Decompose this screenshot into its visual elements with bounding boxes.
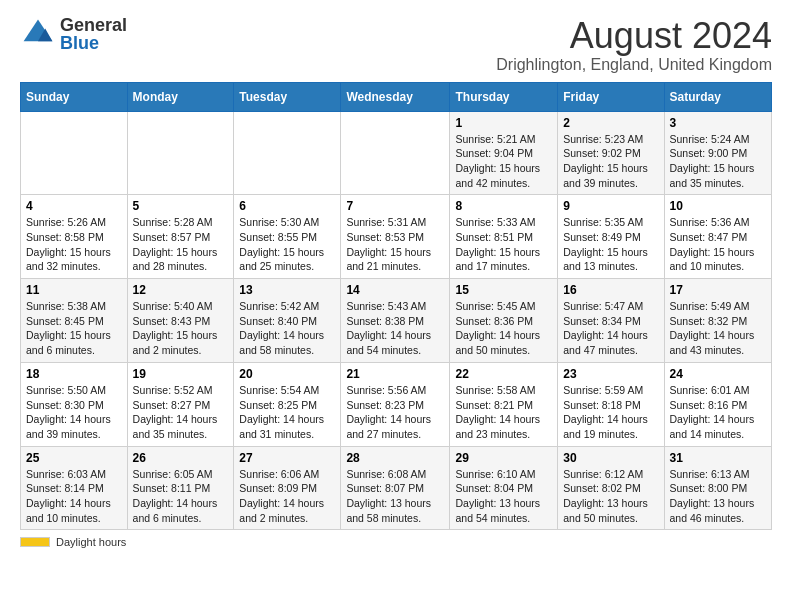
day-cell: 9Sunrise: 5:35 AM Sunset: 8:49 PM Daylig… (558, 195, 664, 279)
day-number: 17 (670, 283, 767, 297)
day-info: Sunrise: 5:35 AM Sunset: 8:49 PM Dayligh… (563, 215, 658, 274)
day-number: 24 (670, 367, 767, 381)
day-cell: 3Sunrise: 5:24 AM Sunset: 9:00 PM Daylig… (664, 111, 772, 195)
day-number: 20 (239, 367, 335, 381)
daylight-bar-icon (20, 537, 50, 547)
day-cell: 14Sunrise: 5:43 AM Sunset: 8:38 PM Dayli… (341, 279, 450, 363)
day-cell (127, 111, 234, 195)
day-cell: 19Sunrise: 5:52 AM Sunset: 8:27 PM Dayli… (127, 362, 234, 446)
day-number: 23 (563, 367, 658, 381)
day-info: Sunrise: 5:45 AM Sunset: 8:36 PM Dayligh… (455, 299, 552, 358)
day-info: Sunrise: 6:03 AM Sunset: 8:14 PM Dayligh… (26, 467, 122, 526)
day-info: Sunrise: 5:54 AM Sunset: 8:25 PM Dayligh… (239, 383, 335, 442)
header: General Blue August 2024 Drighlington, E… (20, 16, 772, 74)
day-number: 4 (26, 199, 122, 213)
day-number: 18 (26, 367, 122, 381)
col-friday: Friday (558, 82, 664, 111)
day-cell: 24Sunrise: 6:01 AM Sunset: 8:16 PM Dayli… (664, 362, 772, 446)
day-info: Sunrise: 5:38 AM Sunset: 8:45 PM Dayligh… (26, 299, 122, 358)
footer-note: Daylight hours (20, 536, 772, 548)
day-number: 12 (133, 283, 229, 297)
title-area: August 2024 Drighlington, England, Unite… (496, 16, 772, 74)
day-number: 14 (346, 283, 444, 297)
logo-icon (20, 16, 56, 52)
col-monday: Monday (127, 82, 234, 111)
day-number: 19 (133, 367, 229, 381)
day-cell: 21Sunrise: 5:56 AM Sunset: 8:23 PM Dayli… (341, 362, 450, 446)
day-number: 9 (563, 199, 658, 213)
day-number: 16 (563, 283, 658, 297)
day-cell: 18Sunrise: 5:50 AM Sunset: 8:30 PM Dayli… (21, 362, 128, 446)
day-number: 13 (239, 283, 335, 297)
day-number: 25 (26, 451, 122, 465)
day-cell: 5Sunrise: 5:28 AM Sunset: 8:57 PM Daylig… (127, 195, 234, 279)
day-cell: 23Sunrise: 5:59 AM Sunset: 8:18 PM Dayli… (558, 362, 664, 446)
day-info: Sunrise: 6:06 AM Sunset: 8:09 PM Dayligh… (239, 467, 335, 526)
day-info: Sunrise: 5:49 AM Sunset: 8:32 PM Dayligh… (670, 299, 767, 358)
day-number: 1 (455, 116, 552, 130)
day-cell: 12Sunrise: 5:40 AM Sunset: 8:43 PM Dayli… (127, 279, 234, 363)
week-row-1: 4Sunrise: 5:26 AM Sunset: 8:58 PM Daylig… (21, 195, 772, 279)
logo-general: General (60, 16, 127, 34)
day-info: Sunrise: 6:01 AM Sunset: 8:16 PM Dayligh… (670, 383, 767, 442)
col-wednesday: Wednesday (341, 82, 450, 111)
day-info: Sunrise: 5:21 AM Sunset: 9:04 PM Dayligh… (455, 132, 552, 191)
day-number: 30 (563, 451, 658, 465)
day-info: Sunrise: 6:05 AM Sunset: 8:11 PM Dayligh… (133, 467, 229, 526)
day-cell: 26Sunrise: 6:05 AM Sunset: 8:11 PM Dayli… (127, 446, 234, 530)
day-info: Sunrise: 6:10 AM Sunset: 8:04 PM Dayligh… (455, 467, 552, 526)
days-of-week-row: Sunday Monday Tuesday Wednesday Thursday… (21, 82, 772, 111)
week-row-4: 25Sunrise: 6:03 AM Sunset: 8:14 PM Dayli… (21, 446, 772, 530)
day-info: Sunrise: 5:42 AM Sunset: 8:40 PM Dayligh… (239, 299, 335, 358)
logo-blue: Blue (60, 34, 127, 52)
logo-text: General Blue (60, 16, 127, 52)
calendar-table: Sunday Monday Tuesday Wednesday Thursday… (20, 82, 772, 531)
day-info: Sunrise: 5:56 AM Sunset: 8:23 PM Dayligh… (346, 383, 444, 442)
calendar-body: 1Sunrise: 5:21 AM Sunset: 9:04 PM Daylig… (21, 111, 772, 530)
week-row-0: 1Sunrise: 5:21 AM Sunset: 9:04 PM Daylig… (21, 111, 772, 195)
day-cell: 10Sunrise: 5:36 AM Sunset: 8:47 PM Dayli… (664, 195, 772, 279)
day-cell (341, 111, 450, 195)
week-row-3: 18Sunrise: 5:50 AM Sunset: 8:30 PM Dayli… (21, 362, 772, 446)
day-number: 6 (239, 199, 335, 213)
day-number: 28 (346, 451, 444, 465)
day-info: Sunrise: 5:59 AM Sunset: 8:18 PM Dayligh… (563, 383, 658, 442)
day-number: 5 (133, 199, 229, 213)
day-number: 26 (133, 451, 229, 465)
day-cell: 16Sunrise: 5:47 AM Sunset: 8:34 PM Dayli… (558, 279, 664, 363)
day-info: Sunrise: 6:12 AM Sunset: 8:02 PM Dayligh… (563, 467, 658, 526)
day-info: Sunrise: 5:47 AM Sunset: 8:34 PM Dayligh… (563, 299, 658, 358)
day-cell: 22Sunrise: 5:58 AM Sunset: 8:21 PM Dayli… (450, 362, 558, 446)
col-thursday: Thursday (450, 82, 558, 111)
day-info: Sunrise: 5:30 AM Sunset: 8:55 PM Dayligh… (239, 215, 335, 274)
day-cell: 25Sunrise: 6:03 AM Sunset: 8:14 PM Dayli… (21, 446, 128, 530)
day-number: 8 (455, 199, 552, 213)
day-info: Sunrise: 5:36 AM Sunset: 8:47 PM Dayligh… (670, 215, 767, 274)
day-number: 11 (26, 283, 122, 297)
day-info: Sunrise: 5:31 AM Sunset: 8:53 PM Dayligh… (346, 215, 444, 274)
day-cell: 29Sunrise: 6:10 AM Sunset: 8:04 PM Dayli… (450, 446, 558, 530)
daylight-label: Daylight hours (56, 536, 126, 548)
day-cell: 2Sunrise: 5:23 AM Sunset: 9:02 PM Daylig… (558, 111, 664, 195)
day-info: Sunrise: 5:52 AM Sunset: 8:27 PM Dayligh… (133, 383, 229, 442)
col-sunday: Sunday (21, 82, 128, 111)
day-info: Sunrise: 5:24 AM Sunset: 9:00 PM Dayligh… (670, 132, 767, 191)
day-cell: 17Sunrise: 5:49 AM Sunset: 8:32 PM Dayli… (664, 279, 772, 363)
day-info: Sunrise: 6:13 AM Sunset: 8:00 PM Dayligh… (670, 467, 767, 526)
subtitle: Drighlington, England, United Kingdom (496, 56, 772, 74)
day-number: 3 (670, 116, 767, 130)
day-cell: 15Sunrise: 5:45 AM Sunset: 8:36 PM Dayli… (450, 279, 558, 363)
week-row-2: 11Sunrise: 5:38 AM Sunset: 8:45 PM Dayli… (21, 279, 772, 363)
calendar-header: Sunday Monday Tuesday Wednesday Thursday… (21, 82, 772, 111)
col-tuesday: Tuesday (234, 82, 341, 111)
day-cell: 6Sunrise: 5:30 AM Sunset: 8:55 PM Daylig… (234, 195, 341, 279)
day-cell: 7Sunrise: 5:31 AM Sunset: 8:53 PM Daylig… (341, 195, 450, 279)
day-number: 21 (346, 367, 444, 381)
day-cell: 8Sunrise: 5:33 AM Sunset: 8:51 PM Daylig… (450, 195, 558, 279)
day-cell: 28Sunrise: 6:08 AM Sunset: 8:07 PM Dayli… (341, 446, 450, 530)
day-cell: 30Sunrise: 6:12 AM Sunset: 8:02 PM Dayli… (558, 446, 664, 530)
day-cell: 13Sunrise: 5:42 AM Sunset: 8:40 PM Dayli… (234, 279, 341, 363)
day-cell: 4Sunrise: 5:26 AM Sunset: 8:58 PM Daylig… (21, 195, 128, 279)
main-title: August 2024 (496, 16, 772, 56)
day-info: Sunrise: 6:08 AM Sunset: 8:07 PM Dayligh… (346, 467, 444, 526)
